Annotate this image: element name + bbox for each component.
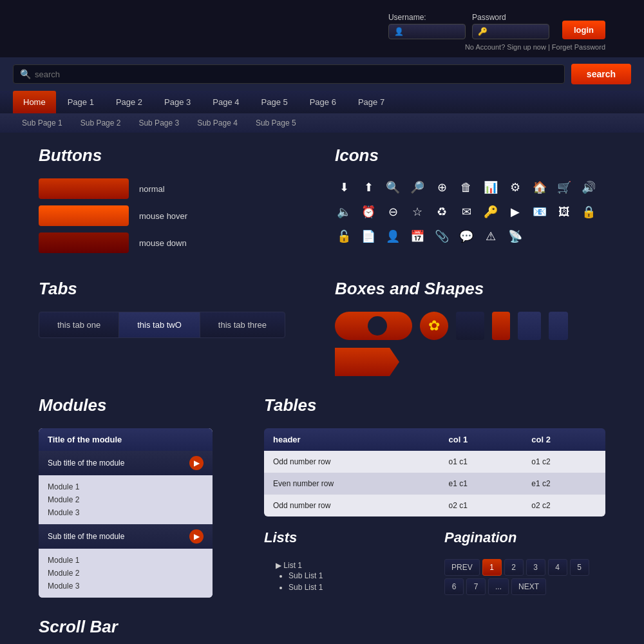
password-field-group: Password 🔑 xyxy=(472,13,549,39)
search-button[interactable]: search xyxy=(571,64,631,84)
search-input[interactable] xyxy=(35,70,558,79)
nav-item-page5[interactable]: Page 5 xyxy=(251,91,298,113)
main-nav: Home Page 1 Page 2 Page 3 Page 4 Page 5 … xyxy=(0,91,644,113)
document-icon[interactable]: 📄 xyxy=(359,227,377,245)
sub-nav-item-3[interactable]: Sub Page 3 xyxy=(129,113,188,133)
envelope-icon[interactable]: 📧 xyxy=(531,203,549,221)
home-icon[interactable]: 🏠 xyxy=(531,178,549,196)
arrow-shape xyxy=(335,348,399,376)
settings-icon[interactable]: ⚙ xyxy=(506,178,524,196)
clock-icon[interactable]: ⏰ xyxy=(359,203,377,221)
module-sub-btn-2[interactable]: ▶ xyxy=(189,529,204,544)
sub-nav-item-4[interactable]: Sub Page 4 xyxy=(188,113,247,133)
star-icon[interactable]: ☆ xyxy=(408,203,426,221)
sub-list-item-2: Sub List 1 xyxy=(289,582,425,593)
tab-one[interactable]: this tab one xyxy=(39,312,119,337)
module-items-2: Module 1 Module 2 Module 3 xyxy=(39,549,213,598)
page-2-button[interactable]: 2 xyxy=(504,559,524,576)
email-icon[interactable]: ✉ xyxy=(457,203,475,221)
password-label: Password xyxy=(472,13,549,22)
password-input[interactable]: 🔑 xyxy=(472,24,549,39)
row-3-main: Odd number row xyxy=(264,495,440,516)
nav-item-home[interactable]: Home xyxy=(13,91,56,113)
arrow-down-icon[interactable]: ⬇ xyxy=(335,178,353,196)
page-6-button[interactable]: 6 xyxy=(444,578,464,595)
play-icon[interactable]: ▶ xyxy=(506,203,524,221)
zoom-in-icon[interactable]: 🔍 xyxy=(384,178,402,196)
btn-down[interactable] xyxy=(39,232,129,253)
image-icon[interactable]: 🖼 xyxy=(555,203,573,221)
nav-item-page1[interactable]: Page 1 xyxy=(57,91,104,113)
minus-icon[interactable]: ⊖ xyxy=(384,203,402,221)
list-arrow-icon: ▶ xyxy=(276,561,281,570)
page-7-button[interactable]: 7 xyxy=(466,578,486,595)
tab-two[interactable]: this tab twO xyxy=(119,312,200,337)
page-1-button[interactable]: 1 xyxy=(482,559,502,576)
page-3-button[interactable]: 3 xyxy=(526,559,545,576)
username-input[interactable]: 👤 xyxy=(388,24,466,39)
row-1-c2: o1 c2 xyxy=(522,451,605,473)
prev-button[interactable]: PREV xyxy=(444,559,480,576)
tab-three[interactable]: this tab three xyxy=(200,312,285,337)
sub-list-item-1: Sub List 1 xyxy=(289,570,425,582)
boxes-title: Boxes and Shapes xyxy=(335,279,605,299)
module-item-6: Module 3 xyxy=(48,580,204,592)
nav-item-page4[interactable]: Page 4 xyxy=(202,91,249,113)
lock-icon[interactable]: 🔒 xyxy=(580,203,598,221)
btn-hover-row: mouse hover xyxy=(39,205,309,226)
search2-icon[interactable]: ⊕ xyxy=(433,178,451,196)
search-input-wrap[interactable]: 🔍 xyxy=(13,64,565,84)
scrollbar-title: Scroll Bar xyxy=(39,617,605,637)
sub-nav-item-1[interactable]: Sub Page 1 xyxy=(13,113,71,133)
page-4-button[interactable]: 4 xyxy=(548,559,567,576)
page-5-button[interactable]: 5 xyxy=(570,559,589,576)
nav-item-page6[interactable]: Page 6 xyxy=(299,91,346,113)
sub-nav-item-2[interactable]: Sub Page 2 xyxy=(71,113,130,133)
rss-icon[interactable]: 📡 xyxy=(506,227,524,245)
username-field-group: Username: 👤 xyxy=(388,13,466,39)
arrow-up-icon[interactable]: ⬆ xyxy=(359,178,377,196)
buttons-icons-row: Buttons normal mouse hover mouse down Ic… xyxy=(39,146,605,260)
volume-low-icon[interactable]: 🔈 xyxy=(335,203,353,221)
icons-section: Icons ⬇ ⬆ 🔍 🔎 ⊕ 🗑 📊 ⚙ 🏠 🛒 🔊 🔈 ⏰ ⊖ xyxy=(335,146,605,260)
sub-nav: Sub Page 1 Sub Page 2 Sub Page 3 Sub Pag… xyxy=(0,113,644,133)
row-2-c1: e1 c1 xyxy=(440,473,523,495)
login-fields: Username: 👤 Password 🔑 login xyxy=(388,13,605,39)
login-button[interactable]: login xyxy=(562,21,605,39)
volume-icon[interactable]: 🔊 xyxy=(580,178,598,196)
rect-sm-shape xyxy=(549,312,568,340)
module-sub-btn-1[interactable]: ▶ xyxy=(189,456,204,470)
nav-item-page2[interactable]: Page 2 xyxy=(106,91,153,113)
key-icon[interactable]: 🔑 xyxy=(482,203,500,221)
row-1-main: Odd number row xyxy=(264,451,440,473)
module-sub-label-1: Sub title of the module xyxy=(48,459,124,468)
calendar-icon[interactable]: 📅 xyxy=(408,227,426,245)
nav-item-page3[interactable]: Page 3 xyxy=(154,91,201,113)
sub-nav-item-5[interactable]: Sub Page 5 xyxy=(247,113,305,133)
buttons-title: Buttons xyxy=(39,146,309,166)
warning-icon[interactable]: ⚠ xyxy=(482,227,500,245)
trash-icon[interactable]: 🗑 xyxy=(457,178,475,196)
pagination-bar: PREV 1 2 3 4 5 6 7 ... NEXT xyxy=(444,559,605,595)
btn-normal[interactable] xyxy=(39,178,129,199)
cart-icon[interactable]: 🛒 xyxy=(555,178,573,196)
row-2-c2: e1 c2 xyxy=(522,473,605,495)
tables-title: Tables xyxy=(264,395,605,415)
tables-section: Tables header col 1 col 2 Odd nu xyxy=(264,395,605,595)
user-icon[interactable]: 👤 xyxy=(384,227,402,245)
chart-icon[interactable]: 📊 xyxy=(482,178,500,196)
login-links: No Account? Sign up now | Forget Passwor… xyxy=(465,43,605,51)
gear-shape: ✿ xyxy=(420,312,448,340)
recycle-icon[interactable]: ♻ xyxy=(433,203,451,221)
tabs-title: Tabs xyxy=(39,279,309,299)
module-sub-2: Sub title of the module ▶ xyxy=(39,524,213,549)
zoom-out-icon[interactable]: 🔎 xyxy=(408,178,426,196)
paperclip-icon[interactable]: 📎 xyxy=(433,227,451,245)
chat-icon[interactable]: 💬 xyxy=(457,227,475,245)
table-header-row: header col 1 col 2 xyxy=(264,428,605,451)
nav-item-page7[interactable]: Page 7 xyxy=(348,91,395,113)
next-button[interactable]: NEXT xyxy=(511,578,546,595)
unlock-icon[interactable]: 🔓 xyxy=(335,227,353,245)
data-table: header col 1 col 2 Odd number row o1 c1 … xyxy=(264,428,605,516)
btn-hover[interactable] xyxy=(39,205,129,226)
